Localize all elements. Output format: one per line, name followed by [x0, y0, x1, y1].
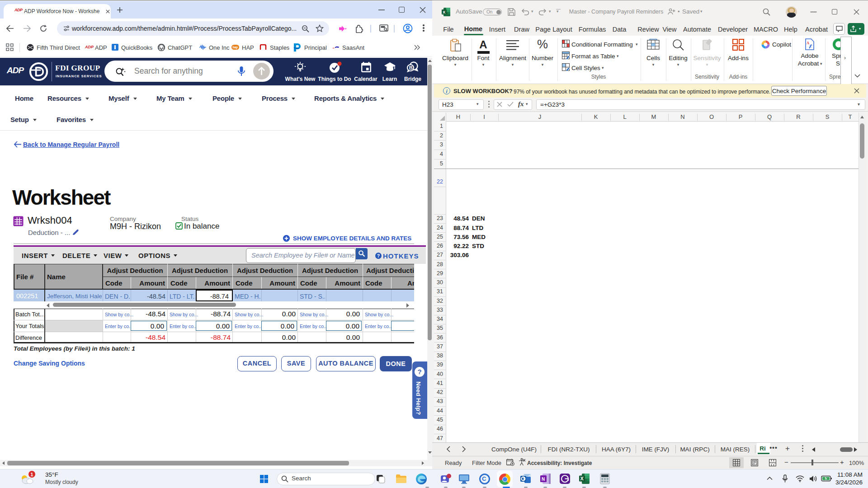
- svg-text:B: B: [409, 65, 413, 70]
- svg-text:A: A: [807, 41, 810, 45]
- svg-text:X: X: [580, 476, 584, 481]
- svg-text:X: X: [443, 9, 446, 14]
- svg-text:N: N: [542, 477, 545, 482]
